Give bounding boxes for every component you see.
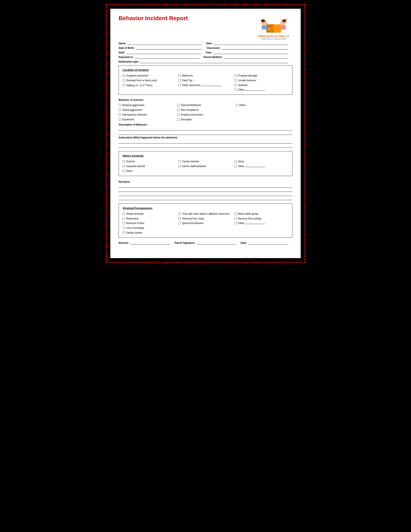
title-area: Behavior Incident Report: [119, 15, 188, 22]
narrative-line1[interactable]: [119, 185, 292, 188]
checkbox[interactable]: [179, 160, 181, 162]
name-field[interactable]: [128, 42, 202, 45]
desc-label-row: Description of Behavior:: [119, 123, 292, 126]
form-fields: Name: Date: Date of Birth: Classroom: St…: [119, 42, 292, 63]
check-label: Outside(Front or Back yard): [126, 79, 157, 82]
logo-area: B C A FRECKLES & FRILLS Child Care & Lea…: [255, 15, 292, 40]
checkbox[interactable]: [179, 222, 181, 224]
checkbox[interactable]: [235, 217, 237, 220]
checkbox[interactable]: [123, 231, 125, 234]
list-item: Hallway (1st or 2nd floor): [123, 84, 176, 87]
checkbox[interactable]: [179, 217, 181, 220]
behavior-col3: Other: [236, 104, 292, 121]
behavior-grid: Physical aggression Verbal aggression Se…: [119, 104, 292, 121]
checkbox[interactable]: [179, 84, 181, 86]
checkbox[interactable]: [179, 165, 181, 167]
sig-date-field[interactable]: [248, 241, 288, 244]
list-item: Teacher: [123, 160, 176, 163]
checkbox[interactable]: [123, 84, 125, 86]
checkbox[interactable]: [177, 104, 180, 106]
list-item: Tantrum/Meltdown: [177, 104, 234, 107]
checkbox[interactable]: [119, 104, 121, 106]
narrative-line2[interactable]: [119, 189, 292, 192]
other-classroom-field[interactable]: [201, 84, 222, 86]
antecedent-line2[interactable]: [119, 145, 292, 148]
check-label: Hallway (1st or 2nd floor): [126, 84, 152, 87]
location-col2: Bathroom Field Trip Other classroom: [179, 74, 232, 92]
location-section: Location of Incident: Assigned classroom…: [119, 65, 292, 95]
other-strategy-field[interactable]: [244, 221, 265, 224]
parent-sig-field[interactable]: [197, 241, 237, 244]
checkbox[interactable]: [235, 84, 237, 86]
narrative-label: Narrative:: [119, 180, 130, 183]
staff-label: Staff:: [119, 51, 125, 54]
antecedent-line1[interactable]: [119, 141, 292, 144]
strategy-col1: Verbal reminder Redirection Removal of I…: [123, 212, 176, 235]
location-col1: Assigned classroom Outside(Front or Back…: [123, 74, 176, 92]
list-item: Non-compliance: [177, 108, 234, 112]
other-others-field[interactable]: [244, 165, 265, 167]
checkbox[interactable]: [235, 165, 237, 167]
checkbox[interactable]: [123, 222, 125, 224]
director-label: Director:: [119, 241, 129, 244]
svg-text:C: C: [272, 27, 273, 29]
checkbox[interactable]: [177, 109, 180, 111]
svg-rect-3: [262, 25, 267, 29]
notification-row: Notification type:: [119, 60, 292, 63]
checkbox[interactable]: [177, 118, 180, 121]
list-item: Verbal aggression: [119, 108, 175, 112]
narrative-line3[interactable]: [119, 193, 292, 196]
checkbox[interactable]: [119, 114, 121, 116]
description-line2[interactable]: [119, 132, 292, 135]
classroom-field[interactable]: [221, 47, 288, 49]
list-item: Stairwell: [235, 84, 288, 87]
location-col3: Property damage Unsafe behavior Stairwel…: [235, 74, 288, 92]
list-item: Other: [235, 165, 288, 168]
parent-notified-field[interactable]: [223, 56, 288, 59]
checkbox[interactable]: [235, 160, 237, 162]
checkbox[interactable]: [179, 213, 181, 215]
check-label: Field Trip: [182, 79, 192, 82]
other-field[interactable]: [244, 88, 265, 91]
checkbox[interactable]: [119, 109, 121, 111]
checkbox[interactable]: [123, 227, 125, 229]
narrative-line4[interactable]: [119, 197, 292, 200]
checkbox[interactable]: [123, 217, 125, 220]
checkbox[interactable]: [119, 118, 121, 121]
sig-date-label: Date:: [241, 241, 247, 244]
list-item: Peers: [123, 169, 176, 173]
checkbox[interactable]: [123, 213, 125, 215]
checkbox[interactable]: [123, 74, 125, 77]
checkbox[interactable]: [235, 74, 237, 77]
checkbox[interactable]: [236, 104, 238, 106]
checkbox[interactable]: [179, 79, 181, 81]
checkbox[interactable]: [235, 88, 237, 91]
checkbox[interactable]: [123, 170, 125, 172]
list-item: None: [235, 160, 288, 163]
director-field[interactable]: [130, 241, 170, 244]
list-item: Elopement: [119, 118, 175, 121]
check-label: Other: [238, 88, 265, 92]
checkbox[interactable]: [235, 222, 237, 224]
list-item: Ignore the behavior: [179, 221, 232, 225]
header: Behavior Incident Report: [119, 15, 292, 40]
staff-field[interactable]: [126, 51, 201, 54]
checkbox[interactable]: [235, 213, 237, 215]
date-field[interactable]: [214, 42, 288, 45]
checkbox[interactable]: [235, 79, 237, 81]
checkbox[interactable]: [177, 114, 180, 116]
notification-type-field[interactable]: [140, 60, 288, 63]
list-item: Removal of Item: [123, 221, 176, 225]
checkbox[interactable]: [179, 74, 181, 77]
reported-field[interactable]: [135, 56, 200, 59]
checkbox[interactable]: [123, 165, 125, 167]
list-item: Time with other adult in different class…: [179, 212, 232, 216]
behavior-concern-label: Behavior of Concern:: [119, 98, 144, 101]
others-col2: Family member Admin staff/substitute: [179, 160, 232, 173]
dob-field[interactable]: [136, 47, 202, 49]
checkbox[interactable]: [123, 160, 125, 162]
checkbox[interactable]: [123, 79, 125, 81]
time-field[interactable]: [213, 51, 288, 54]
others-title: Others Involved:: [123, 154, 288, 157]
description-line1[interactable]: [119, 128, 292, 131]
